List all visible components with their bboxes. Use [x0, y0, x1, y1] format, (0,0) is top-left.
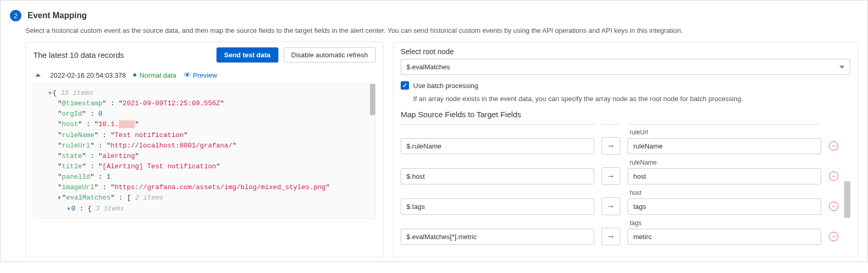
mapping-panel: Select root node $.evalMatches ✓ Use bat…	[393, 42, 858, 257]
records-panel: The latest 10 data records Send test dat…	[25, 42, 384, 257]
mapping-rows: ruleUrl → −	[401, 124, 840, 250]
target-field-input[interactable]	[628, 168, 821, 184]
mapping-row: ruleUrl → −	[401, 129, 840, 159]
step-title: Event Mapping	[28, 11, 87, 20]
arrow-button[interactable]: →	[602, 167, 620, 185]
arrow-right-icon: →	[607, 141, 615, 151]
mapping-row: host → −	[401, 189, 840, 219]
disable-auto-refresh-button[interactable]: Disable automatic refresh	[284, 47, 376, 63]
status-text: Normal data	[139, 71, 176, 79]
event-mapping-panel: 2 Event Mapping Select a historical cust…	[0, 0, 868, 262]
delete-row-button[interactable]: −	[829, 171, 838, 181]
step-header: 2 Event Mapping	[10, 10, 858, 21]
preview-label: Preview	[193, 71, 217, 79]
root-node-select[interactable]: $.evalMatches	[401, 59, 850, 75]
batch-help-text: If an array node exists in the event dat…	[413, 95, 850, 103]
step-number-badge: 2	[10, 10, 21, 21]
minus-icon: −	[832, 203, 835, 209]
mapping-row: ruleName → −	[401, 159, 840, 189]
scrollbar-thumb[interactable]	[844, 181, 850, 218]
arrow-right-icon: →	[607, 232, 615, 241]
arrow-right-icon: →	[607, 202, 615, 211]
target-field-input[interactable]	[628, 198, 821, 215]
target-hint: host	[628, 189, 821, 197]
arrow-button[interactable]: →	[602, 228, 620, 245]
map-fields-title: Map Source Fields to Target Fields	[401, 110, 850, 119]
arrow-button[interactable]: →	[602, 137, 620, 155]
scrollbar-thumb[interactable]	[370, 84, 375, 115]
preview-button[interactable]: 👁 Preview	[184, 71, 217, 79]
status-badge: Normal data	[133, 71, 176, 79]
dot-icon	[133, 73, 136, 77]
batch-processing-checkbox[interactable]: ✓	[401, 81, 409, 90]
batch-processing-label: Use batch processing	[413, 82, 478, 90]
arrow-right-icon: →	[607, 171, 615, 181]
send-test-data-button[interactable]: Send test data	[216, 47, 278, 63]
target-hint: tags	[628, 219, 821, 228]
step-description: Select a historical custom event as the …	[25, 27, 858, 34]
target-hint: ruleUrl	[628, 129, 821, 137]
mapping-scrollbar[interactable]	[844, 124, 850, 250]
source-field-input[interactable]	[401, 138, 594, 154]
source-field-input[interactable]	[401, 198, 594, 215]
record-row[interactable]: 2022-02-16 20:54:03.378 Normal data 👁 Pr…	[33, 67, 376, 83]
caret-down-icon[interactable]: ▼	[58, 194, 61, 203]
mapping-row: tags → −	[401, 219, 840, 250]
delete-row-button[interactable]: −	[829, 232, 838, 241]
target-field-input[interactable]	[628, 229, 821, 245]
root-node-value: $.evalMatches	[406, 63, 450, 71]
delete-row-button[interactable]: −	[829, 141, 838, 151]
record-timestamp: 2022-02-16 20:54:03.378	[50, 71, 126, 79]
root-node-label: Select root node	[401, 47, 850, 56]
eye-icon: 👁	[184, 71, 191, 79]
source-field-input[interactable]	[401, 168, 594, 184]
minus-icon: −	[832, 143, 835, 149]
caret-down-icon[interactable]: ▼	[48, 90, 52, 98]
chevron-up-icon	[35, 73, 41, 77]
target-hint: ruleName	[628, 159, 821, 167]
json-viewer[interactable]: ▼{ 15 items "@timestamp" : "2021-09-09T1…	[33, 83, 376, 219]
chevron-down-icon	[839, 66, 845, 69]
caret-down-icon[interactable]: ▼	[67, 205, 70, 214]
check-icon: ✓	[402, 82, 407, 89]
arrow-button[interactable]: →	[602, 197, 620, 215]
minus-icon: −	[832, 173, 835, 179]
minus-icon: −	[832, 233, 835, 240]
source-field-input[interactable]	[401, 229, 594, 245]
delete-row-button[interactable]: −	[829, 202, 838, 211]
records-title: The latest 10 data records	[33, 51, 124, 59]
target-field-input[interactable]	[628, 138, 821, 154]
